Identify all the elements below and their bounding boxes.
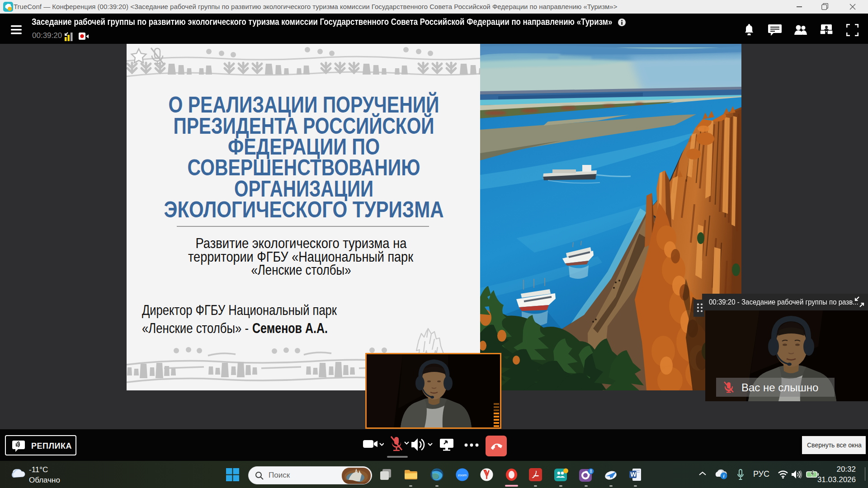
svg-text:Директор ФГБУ Национальный пар: Директор ФГБУ Национальный парк — [142, 302, 337, 318]
svg-text:«Ленские столбы»: «Ленские столбы» — [251, 262, 351, 278]
svg-text:«Ленские столбы» -: «Ленские столбы» - — [142, 320, 249, 336]
svg-text:zoom: zoom — [458, 473, 467, 477]
svg-text:ЭКОЛОГИЧЕСКОГО ТУРИЗМА: ЭКОЛОГИЧЕСКОГО ТУРИЗМА — [164, 197, 444, 222]
svg-text:Семенов А.А.: Семенов А.А. — [252, 320, 328, 336]
svg-text:i: i — [723, 474, 725, 479]
svg-text:8: 8 — [590, 469, 592, 474]
